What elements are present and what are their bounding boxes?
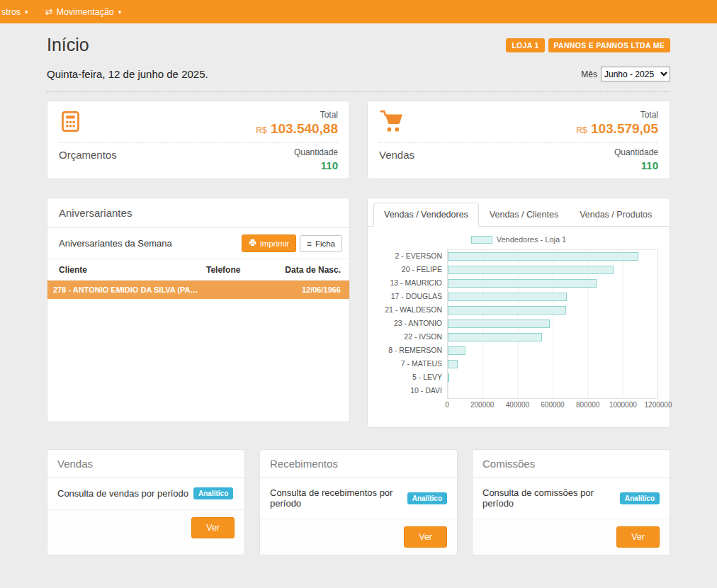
ver-button[interactable]: Ver [191,517,235,538]
nav-item-movimentacao[interactable]: ⇄ Movimentação ▾ [37,0,130,23]
divider [59,142,338,143]
company-badge: PANNOS E PANNOS LTDA ME [548,38,670,52]
legend-swatch [471,236,492,244]
column-telefone: Telefone [206,265,270,275]
chart-x-tick: 1200000 [645,401,672,409]
cliente-cell: 278 - ANTONIO EMIDIO DA SILVA (PALE... [53,285,206,294]
header-badges: LOJA 1 PANNOS E PANNOS LTDA ME [506,38,670,52]
vendedores-chart: Vendedores - Loja 1 2 - EVERSON20 - FELI… [368,227,670,417]
ver-button[interactable]: Ver [404,526,447,548]
recebimentos-report-card: Recebimentos Consulta de recebimentos po… [259,449,458,555]
month-label: Mês [581,69,597,79]
total-label: Total [256,110,338,120]
chart-bar-row [448,250,657,264]
analitico-badge: Analítico [407,492,447,504]
calculator-icon [59,110,82,136]
chart-x-tick: 800000 [576,401,599,409]
chart-category-label: 17 - DOUGLAS [379,290,447,303]
chart-bar [448,266,614,274]
list-icon: ≡ [307,239,312,248]
aniversariantes-card: Aniversariantes Aniversariantes da Seman… [47,198,350,422]
chart-bar [448,279,597,288]
comissoes-report-card: Comissões Consulta de comissões por perí… [472,449,670,555]
tab-vendas-clientes[interactable]: Vendas / Clientes [479,203,569,227]
analitico-badge: Analítico [193,487,233,499]
birthdays-table-header: Cliente Telefone Data de Nasc. [47,259,349,281]
quantity-label: Quantidade [614,147,658,157]
total-label: Total [576,110,658,120]
chart-category-axis: 2 - EVERSON20 - FELIPE13 - MAURICIO17 - … [379,249,447,399]
date-row: Quinta-feira, 12 de junho de 2025. Mês J… [47,67,670,92]
chart-x-tick: 600000 [541,401,564,409]
column-data-nasc: Data de Nasc. [270,265,341,275]
nav-item-cadastros[interactable]: stros ▾ [0,0,37,23]
chart-category-label: 5 - LEVY [379,371,447,384]
chart-bar [448,373,449,382]
printer-icon [249,239,256,248]
chart-bar [448,320,550,328]
aniversariantes-subtitle: Aniversariantes da Semana [59,238,172,249]
nav-item-label: stros [1,7,21,17]
chart-plot-area [447,249,658,399]
chart-bar [448,252,638,261]
quantity-label: Quantidade [294,147,338,157]
tab-bar: Vendas / Vendedores Vendas / Clientes Ve… [368,198,670,227]
chart-bar-row [448,317,657,331]
chart-category-label: 23 - ANTONIO [379,317,447,330]
chart-bar-row [448,331,657,344]
top-navbar: stros ▾ ⇄ Movimentação ▾ [0,0,717,23]
chart-bar-row [448,344,657,358]
chart-bar [448,306,566,315]
chart-bar [448,346,465,355]
card-name: Orçamentos [59,149,117,161]
chart-bar-row [448,290,657,304]
chart-x-axis: 020000040000060000080000010000001200000 [447,401,658,412]
orcamentos-card: Total R$ 103.540,88 Orçamentos Quantidad… [47,101,350,179]
table-row[interactable]: 278 - ANTONIO EMIDIO DA SILVA (PALE... 1… [47,281,349,299]
ficha-button[interactable]: ≡ Ficha [300,235,342,252]
report-description: Consulta de recebimentos por período [270,487,402,509]
chart-category-label: 22 - IVSON [379,330,447,344]
analitico-badge: Analítico [620,492,660,504]
report-description: Consulta de comissões por período [482,487,615,509]
card-name: Vendas [379,149,414,161]
chart-category-label: 8 - REMERSON [379,344,447,357]
divider [379,142,658,143]
chart-x-tick: 1000000 [609,401,637,409]
vendas-card: Total R$ 103.579,05 Vendas Quantidade 11… [367,101,670,179]
chart-bar-row [448,277,657,290]
store-badge: LOJA 1 [506,38,544,52]
chart-x-tick: 200000 [470,401,494,409]
chart-bar [448,360,458,368]
month-select[interactable]: Junho - 2025 [601,67,670,81]
chart-bar-row [448,304,657,317]
chart-bar-row [448,371,657,385]
nav-item-label: Movimentação [57,7,114,17]
chart-category-label: 21 - WALDESON [379,303,447,317]
chart-bar-row [448,264,657,277]
total-value: R$ 103.579,05 [576,121,658,137]
quantity-value: 110 [614,159,658,171]
total-value: R$ 103.540,88 [256,121,338,137]
chart-category-label: 10 - DAVI [379,384,447,397]
ver-button[interactable]: Ver [616,526,660,548]
quantity-value: 110 [294,159,338,171]
current-date: Quinta-feira, 12 de junho de 2025. [47,68,208,80]
chart-bar-row [448,385,657,398]
chart-bar [448,293,567,301]
report-description: Consulta de vendas por período [57,488,188,499]
tab-vendas-produtos[interactable]: Vendas / Produtos [569,203,662,227]
aniversariantes-title: Aniversariantes [47,198,349,228]
report-title: Recebimentos [260,450,457,478]
caret-down-icon: ▾ [25,9,28,16]
chart-category-label: 7 - MATEUS [379,357,447,371]
tab-vendas-vendedores[interactable]: Vendas / Vendedores [373,203,479,227]
chart-x-tick: 400000 [506,401,529,409]
imprimir-button[interactable]: Imprimir [242,234,297,252]
page-title: Início [47,35,89,55]
chart-legend: Vendedores - Loja 1 [379,235,658,244]
cart-icon [379,110,405,135]
legend-label: Vendedores - Loja 1 [497,235,566,244]
chart-category-label: 13 - MAURICIO [379,276,447,290]
chart-bar-row [448,358,657,371]
